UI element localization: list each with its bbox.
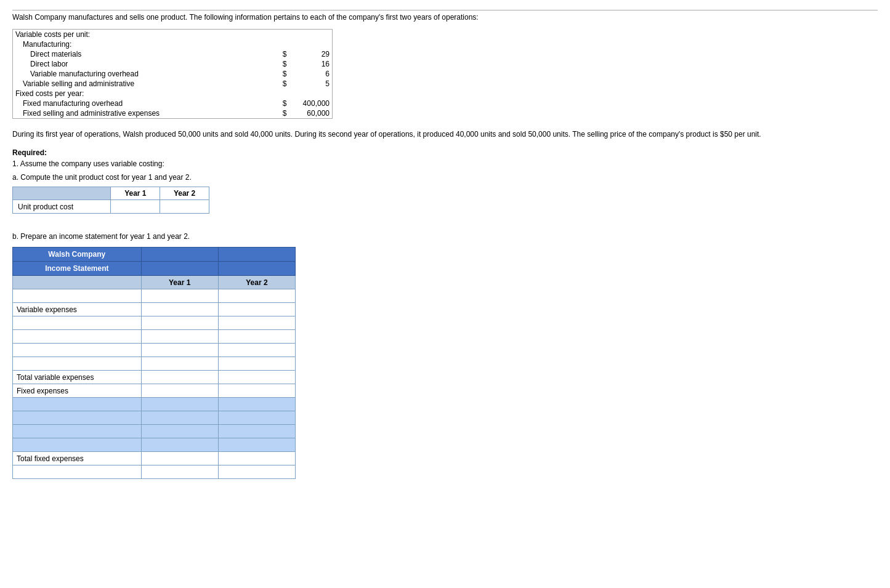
variable-selling-value: 5 (289, 79, 333, 89)
variable-expenses-row: Variable expenses (13, 303, 296, 316)
var-sub2-year2[interactable] (218, 330, 295, 344)
total-fixed-year1[interactable] (141, 452, 218, 465)
var-sub3-label[interactable] (13, 344, 142, 357)
income-statement-table: Walsh Company Income Statement Year 1 Ye… (12, 247, 296, 479)
direct-materials-label: Direct materials (13, 49, 265, 59)
variable-per-unit-label: Variable costs per unit: (13, 30, 333, 40)
unit-product-cost-row: Unit product cost (13, 200, 209, 214)
header-year1-spacer (141, 248, 218, 262)
last-row-year1[interactable] (141, 465, 218, 479)
fixed-expenses-label-row: Fixed expenses (13, 384, 296, 398)
last-row-label[interactable] (13, 465, 142, 479)
total-fixed-label: Total fixed expenses (13, 452, 142, 465)
fixed-sub2-year1[interactable] (141, 411, 218, 425)
fixed-sub1-year2[interactable] (218, 398, 295, 411)
item-b-label: b. Prepare an income statement for year … (12, 232, 878, 241)
direct-labor-value: 16 (289, 59, 333, 69)
empty-header (13, 187, 111, 200)
total-variable-row: Total variable expenses (13, 371, 296, 384)
fixed-sub3-label[interactable] (13, 425, 142, 438)
header-year2-spacer (218, 248, 295, 262)
total-variable-year2[interactable] (218, 371, 295, 384)
variable-sub-row-3 (13, 344, 296, 357)
fixed-sub2-label[interactable] (13, 411, 142, 425)
income-row1-year2[interactable] (218, 289, 295, 303)
item-a-label: a. Compute the unit product cost for yea… (12, 173, 878, 182)
fixed-sub4-label[interactable] (13, 438, 142, 452)
fixed-sub-row-1 (13, 398, 296, 411)
variable-mfg-value: 6 (289, 69, 333, 79)
variable-expenses-label: Variable expenses (13, 303, 142, 316)
fixed-expenses-year1-spacer (141, 384, 218, 398)
item1-label: 1. Assume the company uses variable cost… (12, 159, 878, 168)
col-year1-header: Year 1 (141, 276, 218, 289)
var-sub3-year1[interactable] (141, 344, 218, 357)
fixed-sub4-year2[interactable] (218, 438, 295, 452)
fixed-sub3-year1[interactable] (141, 425, 218, 438)
fixed-sub2-year2[interactable] (218, 411, 295, 425)
variable-sub-row-2 (13, 330, 296, 344)
company-name-header: Walsh Company (13, 248, 142, 262)
variable-selling-dollar: $ (265, 79, 289, 89)
manufacturing-label: Manufacturing: (13, 39, 265, 49)
var-sub1-label[interactable] (13, 316, 142, 330)
unit-cost-year1-input[interactable] (111, 200, 160, 214)
narrative-text: During its first year of operations, Wal… (12, 129, 878, 140)
var-sub1-year2[interactable] (218, 316, 295, 330)
variable-mfg-dollar: $ (265, 69, 289, 79)
income-row1-year1[interactable] (141, 289, 218, 303)
variable-mfg-label: Variable manufacturing overhead (13, 69, 265, 79)
variable-expenses-year2 (218, 303, 295, 316)
fixed-selling-value: 60,000 (289, 108, 333, 119)
var-sub1-year1[interactable] (141, 316, 218, 330)
unit-cost-year2-input[interactable] (160, 200, 209, 214)
fixed-selling-label: Fixed selling and administrative expense… (13, 108, 265, 119)
direct-materials-value: 29 (289, 49, 333, 59)
unit-product-cost-table: Year 1 Year 2 Unit product cost (12, 187, 209, 214)
income-title-year2 (218, 262, 295, 276)
var-sub4-year2[interactable] (218, 357, 295, 371)
fixed-sub4-year1[interactable] (141, 438, 218, 452)
fixed-sub-row-4 (13, 438, 296, 452)
fixed-selling-dollar: $ (265, 108, 289, 119)
col-year2-header: Year 2 (218, 276, 295, 289)
fixed-mfg-value: 400,000 (289, 99, 333, 108)
variable-expenses-year1 (141, 303, 218, 316)
income-title-year1 (141, 262, 218, 276)
income-row-1 (13, 289, 296, 303)
var-sub4-year1[interactable] (141, 357, 218, 371)
fixed-sub1-label[interactable] (13, 398, 142, 411)
fixed-expenses-year2-spacer (218, 384, 295, 398)
fixed-per-year-label: Fixed costs per year: (13, 89, 265, 99)
fixed-mfg-label: Fixed manufacturing overhead (13, 99, 265, 108)
col-empty-header (13, 276, 142, 289)
year1-header: Year 1 (111, 187, 160, 200)
variable-sub-row-1 (13, 316, 296, 330)
fixed-sub-row-2 (13, 411, 296, 425)
fixed-sub-row-3 (13, 425, 296, 438)
total-variable-year1[interactable] (141, 371, 218, 384)
fixed-sub3-year2[interactable] (218, 425, 295, 438)
direct-labor-label: Direct labor (13, 59, 265, 69)
var-sub4-label[interactable] (13, 357, 142, 371)
total-fixed-year2[interactable] (218, 452, 295, 465)
fixed-expenses-label: Fixed expenses (13, 384, 142, 398)
variable-sub-row-4 (13, 357, 296, 371)
var-sub2-year1[interactable] (141, 330, 218, 344)
total-fixed-row: Total fixed expenses (13, 452, 296, 465)
cost-table: Variable costs per unit: Manufacturing: … (12, 29, 333, 119)
fixed-sub1-year1[interactable] (141, 398, 218, 411)
total-variable-label: Total variable expenses (13, 371, 142, 384)
income-row1-label[interactable] (13, 289, 142, 303)
variable-selling-label: Variable selling and administrative (13, 79, 265, 89)
var-sub3-year2[interactable] (218, 344, 295, 357)
last-row-year2[interactable] (218, 465, 295, 479)
direct-materials-dollar: $ (265, 49, 289, 59)
intro-text: Walsh Company manufactures and sells one… (12, 10, 878, 22)
income-title-header: Income Statement (13, 262, 142, 276)
direct-labor-dollar: $ (265, 59, 289, 69)
year2-header: Year 2 (160, 187, 209, 200)
var-sub2-label[interactable] (13, 330, 142, 344)
fixed-mfg-dollar: $ (265, 99, 289, 108)
required-label: Required: (12, 148, 878, 157)
